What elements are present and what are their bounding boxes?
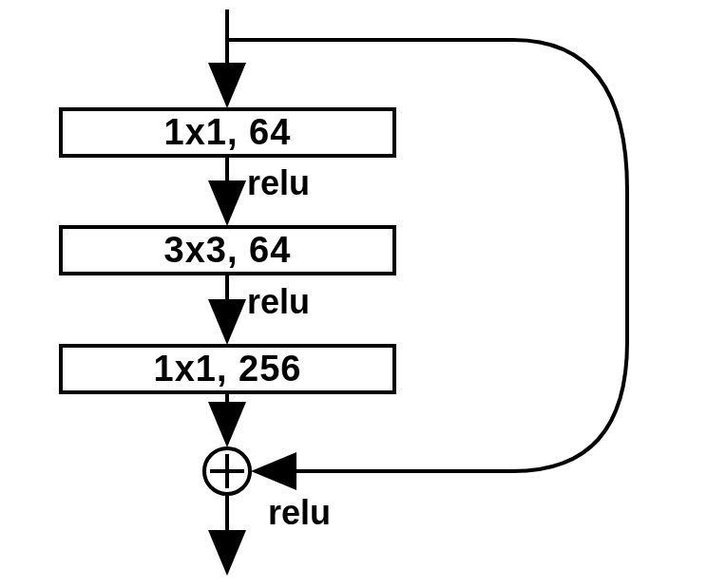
activation-label-3: relu: [268, 493, 331, 533]
block-label: 3x3, 64: [164, 230, 292, 271]
conv-block-3: 1x1, 256: [59, 344, 396, 394]
residual-block-diagram: 1x1, 64 relu 3x3, 64 relu 1x1, 256 relu: [0, 0, 707, 588]
activation-label-1: relu: [247, 163, 310, 203]
conv-block-1: 1x1, 64: [59, 107, 396, 158]
block-label: 1x1, 64: [164, 112, 292, 153]
activation-label-2: relu: [247, 282, 310, 322]
conv-block-2: 3x3, 64: [59, 225, 396, 275]
block-label: 1x1, 256: [154, 349, 302, 389]
add-operation-icon: [202, 446, 252, 496]
diagram-connections: [0, 0, 707, 588]
